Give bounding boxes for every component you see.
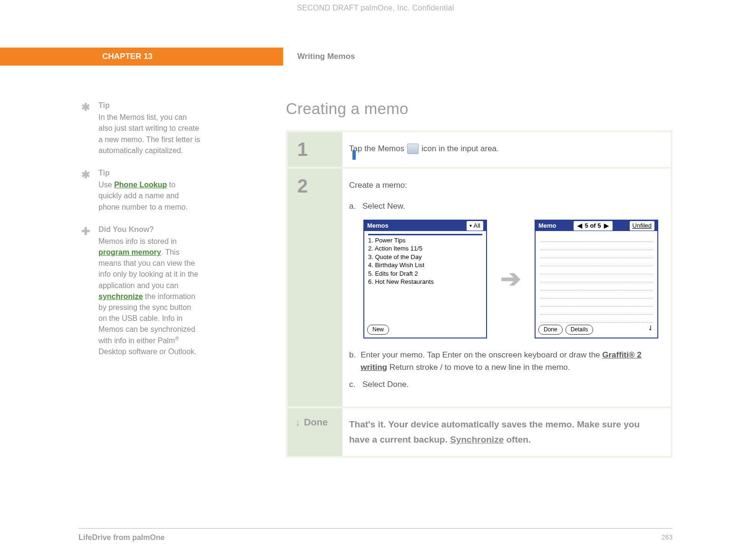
text: to move to a new line in the memo. [442,363,570,372]
palm-button-bar: Done Details [538,325,654,335]
done-body: That's it. Your device automatically sav… [342,408,671,456]
step-1: 1 Tap the Memos icon in the input area. [288,132,671,167]
palm-counter: ◀ 5 of 5 ▶ [574,221,613,231]
palm-category-selector: ▾ All [467,221,483,231]
substep-text: Select Done. [362,378,409,391]
confidential-watermark: SECOND DRAFT palmOne, Inc. Confidential [0,4,751,12]
palm-app-title: Memos [367,221,389,231]
palm-button-bar: New [367,325,483,335]
page-number: 263 [662,533,673,542]
substep-label: c. [349,378,358,391]
tip-label: Tip [98,167,200,178]
tip-label: Tip [98,100,200,111]
palm-memo-edit-screenshot: Memo ◀ 5 of 5 ▶ Unfiled [535,220,658,338]
page-body: ✱ Tip In the Memos list, you can also ju… [78,100,673,458]
text: Memos info is stored in [98,237,177,245]
synchronize-link[interactable]: synchronize [98,292,143,300]
chapter-header: CHAPTER 13 Writing Memos [0,48,751,66]
tip-1: ✱ Tip In the Memos list, you can also ju… [78,100,200,156]
phone-lookup-link[interactable]: Phone Lookup [114,181,167,189]
list-item: 1. Power Tips [368,236,482,245]
palm-new-button: New [367,325,389,335]
asterisk-icon: ✱ [81,100,90,115]
pencil-icon: ⇃ [648,323,653,334]
palm-memos-list-screenshot: Memos ▾ All 1. Power Tips 2. Ac [363,220,487,338]
palm-app-title: Memo [538,221,556,231]
palm-memo-lines [536,231,657,326]
text: often. [504,434,531,444]
done-label: Done [304,417,328,428]
palm-titlebar: Memos ▾ All [364,221,486,231]
text: Use [98,181,114,189]
palm-category: All [474,221,480,231]
text: Desktop software or Outlook. [98,348,196,356]
dyk-text: Memos info is stored in program memory. … [98,236,200,357]
substep-text: Enter your memo. Tap Enter on the onscre… [361,349,658,374]
steps-container: 1 Tap the Memos icon in the input area. … [286,130,673,458]
text: Tap the Memos [349,143,404,155]
chapter-number: CHAPTER 13 [0,48,283,66]
registered-mark: ® [175,336,179,341]
list-item: 4. Birthday Wish List [368,261,482,270]
list-item: 5. Edits for Draft 2 [368,270,482,278]
done-label-cell: ↓ Done [288,408,342,456]
counter-text: 5 of 5 [585,221,601,231]
substep-label: a. [349,200,358,212]
section-title: Creating a memo [286,100,673,118]
program-memory-link[interactable]: program memory [98,248,161,256]
screenshot-row: Memos ▾ All 1. Power Tips 2. Ac [363,220,658,338]
step-number: 1 [288,132,342,167]
step-number: 2 [288,169,342,406]
list-item: 6. Hot New Restaurants [368,278,482,286]
list-item: 3. Quote of the Day [368,253,482,261]
asterisk-icon: ✱ [81,167,90,183]
substep-b: b. Enter your memo. Tap Enter on the ons… [349,349,658,374]
product-name: LifeDrive from palmOne [78,533,165,542]
main-content: Creating a memo 1 Tap the Memos icon in … [215,100,673,458]
palm-titlebar: Memo ◀ 5 of 5 ▶ Unfiled [536,221,657,231]
palm-details-button: Details [566,325,594,335]
plus-icon: ✚ [81,224,90,239]
section-marker [352,150,356,160]
step-2: 2 Create a memo: a. Select New. Memos [288,169,671,406]
palm-category: Unfiled [630,221,654,231]
step-body: Tap the Memos icon in the input area. [342,132,671,167]
step-body: Create a memo: a. Select New. Memos [342,169,671,406]
page-footer: LifeDrive from palmOne 263 [78,528,673,542]
next-icon: ▶ [604,221,609,231]
done-row: ↓ Done That's it. Your device automatica… [288,408,671,456]
palm-done-button: Done [538,325,563,335]
step-intro: Create a memo: [349,179,658,192]
tip-text: In the Memos list, you can also just sta… [98,112,200,156]
did-you-know: ✚ Did You Know? Memos info is stored in … [78,224,200,357]
palm-memo-list: 1. Power Tips 2. Action Items 11/5 3. Qu… [364,231,486,289]
tip-text: Use Phone Lookup to quickly add a name a… [98,179,200,212]
text: Enter your memo. Tap Enter on the onscre… [361,350,602,359]
text: icon in the input area. [421,143,499,155]
dyk-label: Did You Know? [98,224,200,235]
substep-c: c. Select Done. [349,378,658,391]
list-item: 2. Action Items 11/5 [368,244,482,253]
chapter-title: Writing Memos [283,48,751,66]
tip-2: ✱ Tip Use Phone Lookup to quickly add a … [78,167,200,212]
arrow-right-icon: ➔ [500,260,521,298]
memos-app-icon [407,144,419,154]
substep-label: b. [349,349,356,374]
text: Return stroke [387,363,440,372]
substep-a: a. Select New. [349,200,658,212]
prev-icon: ◀ [577,221,582,231]
arrow-down-icon: ↓ [295,417,300,428]
synchronize-link[interactable]: Synchronize [450,434,504,444]
dropdown-icon: ▾ [469,222,472,230]
sidebar: ✱ Tip In the Memos list, you can also ju… [78,100,215,458]
substep-text: Select New. [362,200,405,212]
